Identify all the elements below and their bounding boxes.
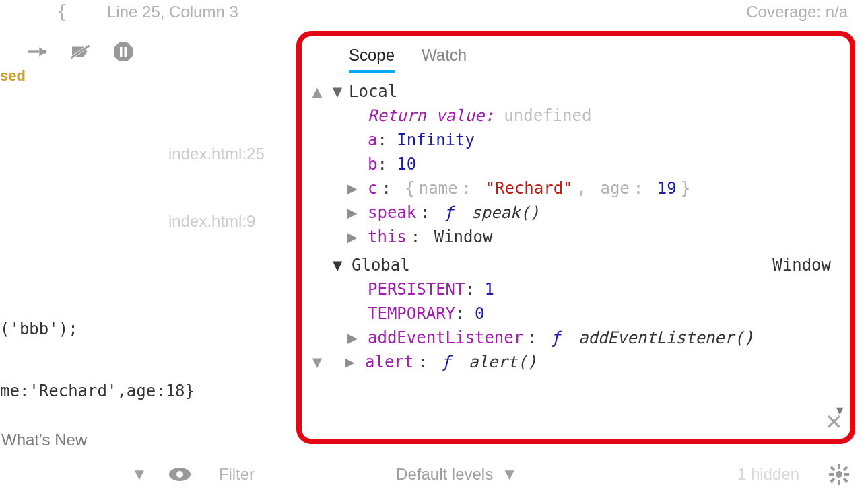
debug-controls <box>27 42 133 62</box>
global-persistent-val: 1 <box>484 280 494 299</box>
disclosure-local-icon[interactable]: ▼ <box>330 82 345 101</box>
close-panel-icon[interactable]: ✕ <box>825 409 843 435</box>
var-b-val: 10 <box>397 155 416 174</box>
expand-c-icon[interactable]: ▶ <box>347 179 364 198</box>
code-line-1: ('bbb'); <box>0 320 195 338</box>
cursor-position: Line 25, Column 3 <box>107 3 238 22</box>
chevron-down-icon: ▼ <box>502 465 518 483</box>
fn-f-3: ƒ <box>441 353 450 371</box>
scope-tabs: Scope Watch <box>349 46 850 73</box>
log-levels-label: Default levels <box>396 465 493 483</box>
pause-on-exceptions-icon[interactable] <box>113 42 133 62</box>
step-icon[interactable] <box>27 42 47 62</box>
brace-open: { <box>405 179 414 198</box>
svg-point-6 <box>176 471 183 478</box>
var-this-key: this <box>368 227 407 246</box>
svg-rect-9 <box>838 480 840 485</box>
collapse-scope-icon[interactable]: ▲ <box>308 82 326 101</box>
svg-rect-14 <box>830 478 835 483</box>
svg-rect-13 <box>843 466 848 471</box>
console-toolbar: ▼ Filter Default levels ▼ 1 hidden <box>0 464 868 485</box>
svg-point-7 <box>836 471 842 478</box>
expand-this-icon[interactable]: ▶ <box>347 227 364 246</box>
code-line-2: me:'Rechard',age:18} <box>0 382 195 400</box>
stack-location-2[interactable]: index.html:9 <box>168 212 265 231</box>
tab-watch[interactable]: Watch <box>422 46 467 73</box>
var-speak-fn: speak() <box>471 203 539 222</box>
global-persistent-key: PERSISTENT <box>368 280 465 299</box>
svg-rect-11 <box>844 473 849 476</box>
gear-icon[interactable] <box>829 464 849 485</box>
svg-rect-15 <box>843 478 848 483</box>
breakpoints-disabled-icon[interactable] <box>70 42 90 62</box>
stack-location-1[interactable]: index.html:25 <box>168 145 265 164</box>
global-alert-key: alert <box>365 353 413 371</box>
svg-rect-8 <box>838 464 840 469</box>
eye-icon[interactable] <box>168 466 192 483</box>
dropdown-caret-icon[interactable]: ▼ <box>131 465 147 484</box>
scroll-more-down-icon[interactable]: ▼ <box>308 353 326 371</box>
scope-panel: Scope Watch ▲ ▼ Local Return value: unde… <box>296 31 855 444</box>
svg-marker-2 <box>114 42 133 61</box>
console-filter-input[interactable]: Filter <box>212 465 255 484</box>
svg-rect-12 <box>830 466 835 471</box>
return-value-val: undefined <box>504 106 591 125</box>
code-fragment: ('bbb'); me:'Rechard',age:18} <box>0 320 195 400</box>
expand-ael-icon[interactable]: ▶ <box>347 328 364 347</box>
fn-f-2: ƒ <box>551 328 560 347</box>
coverage-status: Coverage: n/a <box>746 3 848 22</box>
global-hint: Window <box>772 256 831 275</box>
c-name-val: "Rechard" <box>486 179 573 198</box>
pretty-print-icon[interactable]: { } <box>57 3 80 22</box>
svg-rect-10 <box>829 473 834 476</box>
c-age-val: 19 <box>657 179 677 198</box>
log-levels-select[interactable]: Default levels ▼ <box>396 465 518 484</box>
svg-rect-4 <box>125 47 127 57</box>
tab-scope[interactable]: Scope <box>349 46 395 73</box>
global-scope-label[interactable]: Global <box>352 256 410 275</box>
local-scope-label[interactable]: Local <box>349 82 397 101</box>
whats-new-tab[interactable]: What's New <box>1 431 87 450</box>
expand-alert-icon[interactable]: ▶ <box>345 353 361 371</box>
global-temporary-key: TEMPORARY <box>368 304 455 323</box>
var-a-key: a <box>368 131 377 149</box>
var-c-key: c <box>368 179 377 198</box>
expand-speak-icon[interactable]: ▶ <box>347 203 364 222</box>
brace-close: } <box>681 179 690 198</box>
var-this-val: Window <box>434 227 493 246</box>
disclosure-global-icon[interactable]: ▼ <box>333 256 347 275</box>
svg-text:{ }: { } <box>57 3 79 22</box>
paused-fragment: sed <box>0 67 26 85</box>
c-name-key: name <box>419 179 458 198</box>
var-b-key: b <box>368 155 377 174</box>
global-ael-key: addEventListener <box>368 328 523 347</box>
hidden-count[interactable]: 1 hidden <box>737 465 799 484</box>
return-value-key: Return value <box>368 106 484 125</box>
var-speak-key: speak <box>368 203 416 222</box>
svg-point-1 <box>43 50 46 53</box>
var-a-val: Infinity <box>397 131 475 149</box>
global-temporary-val: 0 <box>475 304 484 323</box>
svg-rect-3 <box>120 47 123 57</box>
global-alert-fn: alert() <box>469 353 537 371</box>
fn-f-1: ƒ <box>444 203 453 222</box>
c-age-key: age <box>600 179 629 198</box>
global-ael-fn: addEventListener() <box>578 328 754 347</box>
